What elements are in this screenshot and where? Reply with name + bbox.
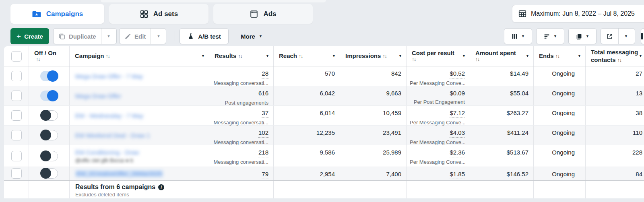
toggle-cell [29,126,70,145]
columns-button[interactable]: ▼ [504,28,532,44]
campaign-name-link[interactable]: EM Weekend Deal - Draw 1 [75,132,150,139]
results-value[interactable]: 28 [262,70,268,78]
amount-value: $263.27 [507,109,528,117]
amount-header-caret[interactable]: ▼ [526,54,529,58]
info-icon[interactable]: i [158,184,164,190]
campaign-toggle[interactable] [40,91,58,101]
cost-header-caret[interactable]: ▼ [462,54,466,58]
campaign-header-label: Campaign [75,52,104,59]
header-reach[interactable]: Reach↑↓ ▼ [274,46,340,66]
campaign-name-link[interactable]: Mega Draw Offer [75,93,121,99]
header-cost-per-result[interactable]: Cost per result ↑↓ ▼ [407,46,470,66]
toggle-cell [29,66,70,86]
row-checkbox[interactable] [11,91,22,101]
edit-dropdown-caret[interactable]: ▼ [151,29,166,44]
sort-icon: ↑↓ [106,54,110,59]
contacts-value: 84 [636,170,642,178]
ends-value: Ongoing [552,148,575,157]
campaign-name-link[interactable]: EM Conditioning - Draw [75,149,139,156]
amount-cell: $55.04 [470,86,534,105]
campaign-name-link[interactable]: EM - Wednesday - 7 May [75,112,143,119]
reports-button[interactable]: ▼ [568,28,597,44]
table-row: EM - Wednesday - 7 May 37Messaging conve… [4,106,644,126]
duplicate-dropdown-caret[interactable]: ▼ [101,29,116,44]
cost-type-label: Per Messaging Conve... [410,80,465,87]
impressions-header-caret[interactable]: ▼ [398,54,402,58]
row-checkbox[interactable] [11,151,22,161]
select-all-checkbox[interactable] [11,51,22,62]
campaign-toggle[interactable] [40,130,58,140]
campaign-toggle[interactable] [40,71,58,81]
header-campaign[interactable]: Campaign↑↓ ▼ [70,46,209,66]
campaign-meta-blurred: @offic clet gfb Bxcsa ● b [75,157,209,163]
chevron-down-icon: ▼ [157,35,160,38]
header-amount-spent[interactable]: Amount spent ↑↓ ▼ [470,46,534,66]
header-ends[interactable]: Ends↑↓ ▼ [534,46,586,66]
row-checkbox[interactable] [11,130,22,140]
ends-header-label: Ends [539,52,554,59]
campaign-toggle[interactable] [40,110,58,121]
results-value[interactable]: 218 [258,148,268,157]
clipped-icon [641,33,643,39]
reach-header-caret[interactable]: ▼ [332,54,336,58]
edit-button[interactable]: Edit ▼ [119,28,166,44]
checkbox-cell [4,126,29,145]
row-checkbox[interactable] [11,110,22,121]
contacts-cell: 38 [586,106,644,125]
amount-value: $14.49 [510,70,528,78]
tab-campaigns[interactable]: Campaigns [10,4,104,24]
total-contacts-header-caret[interactable]: ▼ [639,54,642,58]
campaign-toggle[interactable] [40,168,58,179]
campaign-header-caret[interactable]: ▼ [201,54,205,58]
header-off-on[interactable]: Off / On ↑↓ [29,46,70,66]
date-range-button[interactable]: Maximum: Jun 8, 2022 – Jul 8, 2025 [512,5,644,23]
results-header-caret[interactable]: ▼ [266,54,269,58]
cost-value[interactable]: $7.12 [450,109,465,118]
tab-ads[interactable]: Ads [213,4,313,24]
row-checkbox[interactable] [11,71,22,81]
copy-icon [58,33,66,40]
campaign-toggle[interactable] [40,151,58,161]
ab-test-button[interactable]: A/B test [180,28,229,44]
campaign-name-link[interactable]: EM_2CreativeOffer_26Mar2025 [75,170,163,177]
create-button[interactable]: + Create [10,28,49,44]
contacts-value: 27 [636,70,642,78]
header-impressions[interactable]: Impressions↑↓ ▼ [340,46,407,66]
tab-ad-sets[interactable]: Ad sets [109,4,208,24]
results-summary-label: Results from 6 campaigns [75,183,155,191]
duplicate-button[interactable]: Duplicate ▼ [53,28,117,44]
sort-icon[interactable]: ↑↓ [36,57,69,63]
checkbox-cell [4,167,29,180]
results-value[interactable]: 616 [258,89,268,98]
results-value[interactable]: 102 [258,129,268,138]
toggle-knob [40,130,51,140]
create-button-label: Create [24,33,43,40]
header-total-contacts[interactable]: Total messaging contacts↑↓ ▼ [586,46,644,66]
more-button[interactable]: More ▼ [234,28,269,44]
results-value[interactable]: 79 [262,170,268,179]
chevron-down-icon: ▼ [259,35,262,38]
clipped-edge-button[interactable] [641,28,644,44]
cost-cell: $0.09Per Post Engagement [407,86,470,105]
impressions-value: 7,400 [386,170,401,178]
breakdown-button[interactable]: ▼ [536,28,564,44]
cost-value[interactable]: $0.52 [450,70,465,78]
header-results[interactable]: Results↑↓ ▼ [209,46,274,66]
calendar-grid-icon [518,9,527,18]
ends-header-caret[interactable]: ▼ [578,54,581,58]
contacts-value: 110 [633,129,642,137]
table-row: Mega Draw Offer - 7 May 28Messaging conv… [4,66,644,86]
cost-value[interactable]: $1.85 [450,170,465,179]
export-button[interactable]: ▼ [601,28,635,44]
results-value[interactable]: 37 [262,109,268,118]
cost-value[interactable]: $2.36 [450,148,465,157]
toggle-knob [47,70,58,82]
reach-value: 6,042 [320,89,335,97]
ads-page-icon [250,10,258,19]
row-checkbox[interactable] [11,168,22,179]
export-dropdown-caret[interactable]: ▼ [618,29,634,44]
reach-cell: 12,235 [274,126,340,145]
amount-cell: $146.52 [470,167,534,180]
campaign-name-link[interactable]: Mega Draw Offer - 7 May [75,73,143,80]
cost-value[interactable]: $4.03 [450,129,465,138]
